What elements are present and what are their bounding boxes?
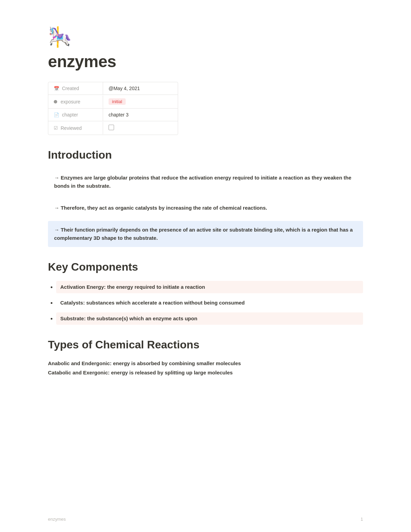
exposure-label: exposure xyxy=(61,99,80,104)
property-row-chapter: 📄 chapter chapter 3 xyxy=(48,109,178,121)
dot-exposure-icon xyxy=(54,100,57,103)
created-label: Created xyxy=(62,86,79,91)
intro-point-1: Enzymes are large globular proteins that… xyxy=(48,169,363,195)
section-introduction: Introduction Enzymes are large globular … xyxy=(48,149,363,247)
calendar-icon: 📅 xyxy=(54,86,59,91)
footer-title: enzymes xyxy=(48,517,66,522)
property-row-created: 📅 Created @May 4, 2021 xyxy=(48,82,178,95)
property-value-reviewed xyxy=(103,121,178,135)
intro-point-2: Therefore, they act as organic catalysts… xyxy=(48,199,363,217)
properties-table: 📅 Created @May 4, 2021 exposure initial … xyxy=(48,82,178,135)
reaction-text-1: Anabolic and Endergonic: energy is absor… xyxy=(48,359,363,368)
reviewed-label: Reviewed xyxy=(61,125,82,131)
intro-text-2: Therefore, they act as organic catalysts… xyxy=(61,205,267,211)
intro-point-3: Their function primarily depends on the … xyxy=(48,221,363,247)
intro-text-3: Their function primarily depends on the … xyxy=(54,227,353,241)
property-row-exposure: exposure initial xyxy=(48,95,178,109)
property-value-exposure: initial xyxy=(103,95,178,108)
list-item: Substrate: the substance(s) which an enz… xyxy=(56,312,363,325)
footer-page-number: 1 xyxy=(361,517,363,522)
page-title: enzymes xyxy=(48,52,363,71)
property-key-reviewed: ☑ Reviewed xyxy=(48,122,103,134)
property-row-reviewed: ☑ Reviewed xyxy=(48,121,178,135)
property-key-exposure: exposure xyxy=(48,96,103,108)
property-value-created: @May 4, 2021 xyxy=(103,82,178,95)
reaction-text-2: Catabolic and Exergonic: energy is relea… xyxy=(48,368,363,377)
section-types-of-reactions: Types of Chemical Reactions Anabolic and… xyxy=(48,338,363,377)
list-item: Activation Energy: the energy required t… xyxy=(56,281,363,293)
types-heading: Types of Chemical Reactions xyxy=(48,338,363,352)
reviewed-checkbox[interactable] xyxy=(109,125,114,130)
intro-text-1: Enzymes are large globular proteins that… xyxy=(54,175,351,189)
key-components-list: Activation Energy: the energy required t… xyxy=(56,281,363,325)
property-value-chapter: chapter 3 xyxy=(103,109,178,121)
property-key-chapter: 📄 chapter xyxy=(48,109,103,121)
section-key-components: Key Components Activation Energy: the en… xyxy=(48,261,363,325)
chapter-icon: 📄 xyxy=(54,112,59,117)
checkbox-icon: ☑ xyxy=(54,125,58,131)
page-icon: 🎠 xyxy=(48,27,363,47)
introduction-heading: Introduction xyxy=(48,149,363,163)
list-item: Catalysts: substances which accelerate a… xyxy=(56,297,363,309)
key-components-heading: Key Components xyxy=(48,261,363,275)
chapter-label: chapter xyxy=(62,112,78,117)
exposure-tag: initial xyxy=(109,98,126,105)
page-footer: enzymes 1 xyxy=(48,517,363,522)
property-key-created: 📅 Created xyxy=(48,82,103,95)
